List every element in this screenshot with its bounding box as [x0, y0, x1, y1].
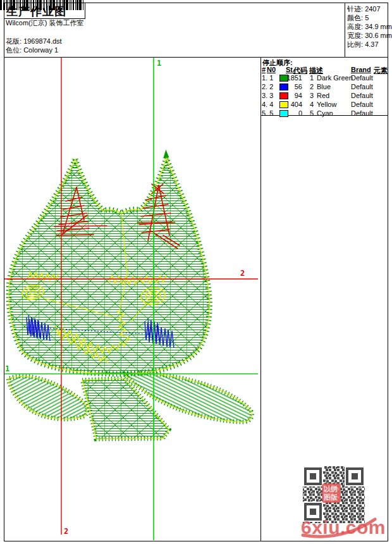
desc-cell: Red — [317, 92, 329, 100]
stat-stitches: 针迹: 2407 — [347, 4, 381, 14]
stats-separator — [345, 3, 345, 57]
page-title: 生产作业图 — [6, 4, 66, 19]
stitch-count-cell: 56 — [282, 83, 302, 91]
brand-cell: Default — [351, 83, 373, 91]
stat-width: 宽度: 30.6 mm — [347, 31, 392, 40]
table-row: 2. 2 56 2 Blue Default — [260, 83, 388, 91]
brand-cell: Default — [351, 92, 373, 100]
code-cell: 1 — [305, 74, 314, 82]
table-row: 3. 3 94 3 Red Default — [260, 92, 388, 100]
table-header-row: # N0 St. 代码 描述 Brand 元素 — [260, 66, 388, 74]
seq-cell: 3. 3 — [262, 92, 273, 100]
colorway-line: 色位: Colorway 1 — [6, 46, 58, 55]
colorway-label: 色位: — [6, 46, 21, 54]
table-row: 1. 1 1851 1 Dark Green Default — [260, 74, 388, 82]
seq-cell: 2. 2 — [262, 83, 273, 91]
stitch-count-cell: 94 — [282, 92, 302, 100]
brand-cell: Default — [351, 74, 373, 82]
code-cell: 2 — [305, 83, 314, 91]
desc-cell: Blue — [317, 83, 331, 91]
desc-cell: Cyan — [317, 109, 333, 118]
code-cell: 3 — [305, 92, 314, 100]
brand-cell: Default — [351, 109, 373, 118]
stitch-count-cell: 1851 — [282, 74, 302, 82]
pattern-file-line: 花版: 1969874.dst — [6, 37, 62, 46]
pattern-file-value: 1969874.dst — [23, 37, 62, 45]
production-worksheet-page: { "header": { "title": "生产作业图", "studio"… — [0, 0, 392, 544]
code-cell: 5 — [305, 109, 314, 118]
desc-cell: Yellow — [317, 101, 336, 109]
studio-name: Wilcom(汇京) 装饰工作室 — [6, 18, 83, 28]
col-seq: # — [262, 66, 266, 73]
stitch-count-cell: 0 — [282, 109, 302, 118]
code-cell: 4 — [305, 101, 314, 109]
stat-height: 高度: 34.9 mm — [347, 22, 392, 32]
site-watermark: 6xiu.com — [301, 517, 386, 538]
panel-separator — [260, 57, 261, 541]
seq-cell: 4. 4 — [262, 101, 273, 109]
col-needle: N0 — [267, 66, 276, 73]
desc-cell: Dark Green — [317, 74, 353, 82]
stat-colors: 颜色: 5 — [347, 13, 369, 23]
stat-scale: 比例: 4.37 — [347, 40, 379, 49]
table-row: 5. 5 0 5 Cyan Default — [260, 109, 388, 118]
header-separator — [4, 57, 388, 58]
colorway-value: Colorway 1 — [23, 46, 58, 54]
table-row: 4. 4 404 4 Yellow Default — [260, 101, 388, 109]
pattern-file-label: 花版: — [6, 37, 21, 45]
seq-cell: 1. 1 — [262, 74, 273, 82]
brand-cell: Default — [351, 101, 373, 109]
stitch-count-cell: 404 — [282, 101, 302, 109]
seq-cell: 5. 5 — [262, 109, 273, 118]
col-brand: Brand — [351, 66, 371, 73]
